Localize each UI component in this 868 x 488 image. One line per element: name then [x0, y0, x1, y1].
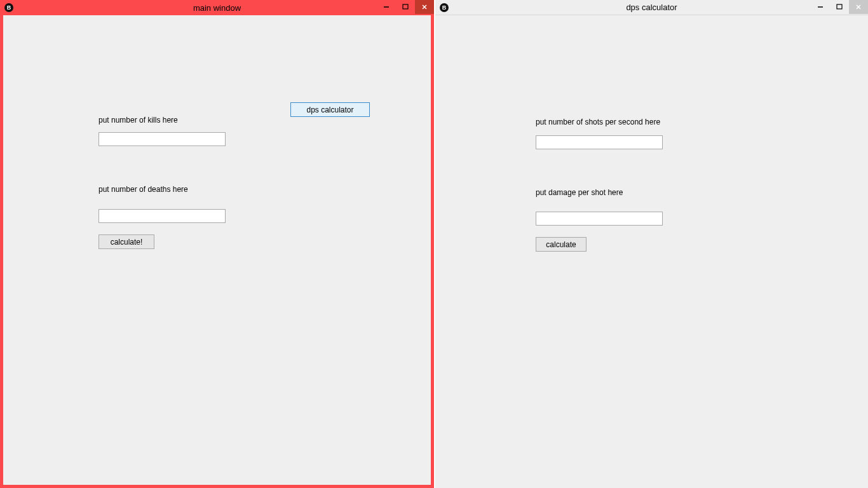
kills-input[interactable]	[98, 132, 226, 146]
dps-window: B dps calculator put number of shots per…	[435, 0, 868, 488]
main-window-titlebar[interactable]: B main window	[0, 0, 434, 15]
shots-input[interactable]	[536, 135, 663, 149]
dps-window-titlebar[interactable]: B dps calculator	[435, 0, 868, 15]
window-controls	[811, 0, 868, 14]
close-button[interactable]	[415, 0, 434, 14]
maximize-button[interactable]	[830, 0, 849, 14]
kills-label: put number of kills here	[98, 116, 178, 125]
app-icon: B	[4, 3, 14, 13]
calculate-dps-button[interactable]: calculate	[536, 237, 587, 252]
shots-label: put number of shots per second here	[536, 118, 660, 126]
dps-calculator-button[interactable]: dps calculator	[290, 102, 370, 117]
damage-label: put damage per shot here	[536, 188, 623, 197]
main-window-title: main window	[193, 3, 241, 13]
main-window: B main window dps calculator put number …	[0, 0, 434, 488]
app-icon: B	[439, 3, 449, 13]
minimize-button[interactable]	[377, 0, 396, 14]
window-controls	[377, 0, 434, 14]
calculate-kd-button[interactable]: calculate!	[98, 234, 154, 249]
maximize-button[interactable]	[396, 0, 415, 14]
deaths-input[interactable]	[98, 209, 226, 223]
svg-rect-3	[403, 4, 408, 9]
minimize-button[interactable]	[811, 0, 830, 14]
svg-rect-9	[837, 4, 842, 9]
svg-text:B: B	[442, 4, 447, 11]
damage-input[interactable]	[536, 212, 663, 226]
dps-window-title: dps calculator	[626, 3, 677, 12]
deaths-label: put number of deaths here	[98, 185, 188, 194]
main-window-client: dps calculator put number of kills here …	[0, 15, 434, 488]
dps-window-client: put number of shots per second here put …	[435, 15, 868, 488]
svg-text:B: B	[7, 4, 11, 11]
close-button[interactable]	[849, 0, 868, 14]
